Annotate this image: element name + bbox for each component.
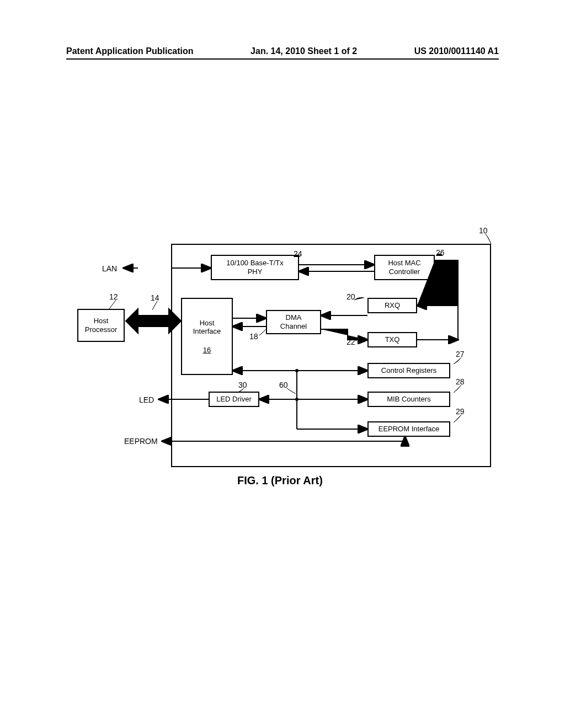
ref-20: 20: [347, 292, 355, 301]
header-rule: [66, 58, 499, 60]
rxq-block: RXQ: [367, 298, 417, 313]
ref-30: 30: [238, 381, 247, 389]
ref-28: 28: [456, 377, 465, 386]
ref-24: 24: [294, 249, 302, 258]
mib-counters-block: MIB Counters: [367, 392, 450, 407]
phy-block: 10/100 Base-T/Tx PHY: [211, 255, 299, 280]
host-interface-ref: 16: [203, 346, 211, 355]
ref-22: 22: [347, 338, 355, 346]
header-center: Jan. 14, 2010 Sheet 1 of 2: [250, 46, 357, 56]
ref-12: 12: [109, 292, 118, 301]
ref-29: 29: [456, 407, 465, 416]
ref-27: 27: [456, 350, 465, 358]
page-header: Patent Application Publication Jan. 14, …: [66, 46, 499, 56]
ref-10: 10: [479, 226, 488, 235]
eeprom-interface-block: EEPROM Interface: [367, 421, 450, 437]
figure-caption: FIG. 1 (Prior Art): [237, 474, 323, 487]
ref-26: 26: [436, 248, 445, 257]
host-interface-text: Host Interface: [193, 319, 221, 336]
host-processor-block: Host Processor: [77, 309, 125, 342]
diagram: LAN LED EEPROM Host Processor Host Inter…: [72, 227, 502, 486]
txq-block: TXQ: [367, 332, 417, 347]
eeprom-label: EEPROM: [124, 437, 158, 446]
ref-60: 60: [279, 381, 288, 389]
ref-18: 18: [249, 332, 258, 341]
control-registers-block: Control Registers: [367, 363, 450, 378]
dma-block: DMA Channel: [266, 310, 321, 334]
host-mac-block: Host MAC Controller: [374, 255, 435, 280]
lan-label: LAN: [102, 264, 117, 273]
ref-14: 14: [151, 293, 159, 302]
host-interface-block: Host Interface 16: [181, 298, 233, 375]
header-right: US 2010/0011140 A1: [414, 46, 499, 56]
header-left: Patent Application Publication: [66, 46, 194, 56]
led-label: LED: [139, 395, 154, 404]
led-driver-block: LED Driver: [209, 392, 259, 407]
